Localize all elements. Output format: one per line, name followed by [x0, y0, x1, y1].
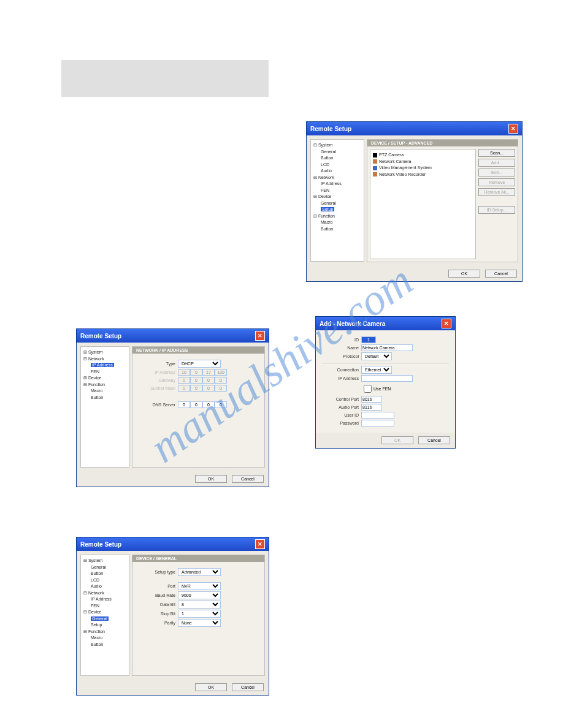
ok-button[interactable]: OK	[195, 475, 227, 483]
baud-select[interactable]: 9600	[178, 591, 221, 599]
tree-node-network[interactable]: ⊟ Network	[83, 356, 126, 363]
tree-item[interactable]: Button	[91, 571, 126, 577]
gw-octet	[190, 377, 202, 384]
baud-label: Baud Rate	[139, 593, 178, 597]
ip-octet	[178, 369, 190, 376]
dns-octet[interactable]	[202, 401, 215, 408]
tree-item-selected[interactable]: General	[91, 616, 126, 623]
nav-tree[interactable]: ⊟ System General Button LCD Audio ⊟ Netw…	[80, 555, 129, 676]
cancel-button[interactable]: Cancel	[232, 683, 264, 691]
titlebar: Remote Setup ✕	[307, 122, 522, 135]
tree-node-network[interactable]: ⊟ Network	[313, 175, 361, 181]
tree-item-selected[interactable]: Setup	[321, 207, 361, 213]
tree-item[interactable]: FEN	[91, 603, 126, 610]
panel-header: DEVICE / GENERAL	[132, 555, 264, 562]
protocol-select[interactable]: Default	[361, 352, 392, 360]
connection-label: Connection	[322, 368, 361, 372]
id-setup-button[interactable]: ID Setup...	[478, 206, 515, 214]
sbit-label: Stop Bit	[139, 612, 178, 616]
ok-button[interactable]: OK	[448, 270, 480, 278]
tree-item[interactable]: FEN	[321, 188, 361, 194]
cancel-button[interactable]: Cancel	[418, 436, 450, 444]
tree-item[interactable]: Audio	[91, 583, 126, 590]
remove-button[interactable]: Remove	[478, 178, 515, 186]
dns-octet[interactable]	[190, 401, 202, 408]
nav-tree[interactable]: ⊟ System General Button LCD Audio ⊟ Netw…	[310, 139, 364, 262]
tree-item-selected[interactable]: IP Address	[91, 362, 126, 369]
tree-node-function[interactable]: ⊟ Function	[83, 382, 126, 389]
pwd-input[interactable]	[361, 420, 394, 427]
type-select[interactable]: DHCP	[178, 360, 221, 368]
list-item[interactable]: Video Management System	[373, 165, 473, 172]
tree-node-system[interactable]: ⊞ System	[83, 349, 126, 356]
use-fen-checkbox[interactable]	[364, 385, 372, 393]
close-icon[interactable]: ✕	[442, 319, 451, 328]
tree-item[interactable]: IP Address	[321, 181, 361, 188]
tree-node-system[interactable]: ⊟ System	[83, 558, 126, 564]
dns-octet[interactable]	[215, 401, 227, 408]
ok-button[interactable]: OK	[381, 436, 413, 444]
tree-item[interactable]: LCD	[321, 162, 361, 169]
id-input[interactable]	[361, 336, 376, 343]
ip-octet	[190, 369, 202, 376]
tree-item[interactable]: General	[91, 564, 126, 571]
dialog-buttons: OK Cancel	[77, 471, 269, 487]
tree-item[interactable]: Button	[321, 226, 361, 233]
tree-node-system[interactable]: ⊟ System	[313, 142, 361, 149]
tree-item[interactable]: Macro	[91, 388, 126, 395]
tree-item[interactable]: Audio	[321, 168, 361, 175]
titlebar: Remote Setup ✕	[77, 329, 269, 343]
tree-item[interactable]: IP Address	[91, 596, 126, 603]
ok-button[interactable]: OK	[195, 683, 227, 691]
close-icon[interactable]: ✕	[255, 331, 265, 341]
tree-node-device[interactable]: ⊟ Device	[313, 194, 361, 200]
tree-item[interactable]: Button	[91, 395, 126, 401]
panel-header: NETWORK / IP ADDRESS	[132, 347, 264, 354]
name-input[interactable]	[361, 344, 413, 351]
scan-button[interactable]: Scan...	[478, 149, 515, 157]
add-button[interactable]: Add...	[478, 159, 515, 167]
cancel-button[interactable]: Cancel	[485, 270, 517, 278]
tree-node-device[interactable]: ⊟ Device	[83, 609, 126, 616]
remote-setup-device-general-window: Remote Setup ✕ ⊟ System General Button L…	[76, 537, 269, 696]
tree-node-device[interactable]: ⊞ Device	[83, 375, 126, 382]
tree-item[interactable]: Macro	[321, 219, 361, 226]
remove-all-button[interactable]: Remove All...	[478, 188, 515, 196]
sbit-select[interactable]: 1	[178, 610, 221, 618]
device-type-list[interactable]: PTZ Camera Network Camera Video Manageme…	[370, 149, 476, 259]
titlebar: Remote Setup ✕	[77, 537, 269, 551]
ip-input[interactable]	[361, 375, 413, 382]
tree-node-function[interactable]: ⊟ Function	[313, 213, 361, 220]
tree-item[interactable]: FEN	[91, 369, 126, 376]
uid-input[interactable]	[361, 412, 394, 419]
cancel-button[interactable]: Cancel	[232, 475, 264, 483]
nav-tree[interactable]: ⊞ System ⊟ Network IP Address FEN ⊞ Devi…	[80, 346, 129, 468]
tree-item[interactable]: Button	[321, 155, 361, 162]
uid-label: User ID	[322, 413, 361, 417]
tree-item[interactable]: Macro	[91, 635, 126, 642]
connection-select[interactable]: Ethernet	[361, 366, 392, 374]
titlebar: Add - Network Camera ✕	[316, 317, 455, 330]
list-item[interactable]: Network Video Recorder	[373, 172, 473, 178]
tree-item[interactable]: LCD	[91, 577, 126, 584]
dbit-select[interactable]: 8	[178, 601, 221, 609]
parity-select[interactable]: None	[178, 619, 221, 627]
tree-item[interactable]: General	[321, 149, 361, 156]
tree-node-network[interactable]: ⊟ Network	[83, 590, 126, 597]
close-icon[interactable]: ✕	[508, 124, 518, 134]
cport-input[interactable]	[361, 396, 382, 403]
list-item[interactable]: Network Camera	[373, 159, 473, 165]
pwd-label: Password	[322, 421, 361, 425]
port-select[interactable]: NVR	[178, 582, 221, 590]
list-item[interactable]: PTZ Camera	[373, 152, 473, 159]
tree-item[interactable]: General	[321, 200, 361, 207]
close-icon[interactable]: ✕	[255, 539, 265, 549]
tree-item[interactable]: Setup	[91, 622, 126, 629]
edit-button[interactable]: Edit...	[478, 169, 515, 176]
aport-input[interactable]	[361, 404, 382, 411]
ip-label: IP Address	[139, 370, 178, 374]
tree-item[interactable]: Button	[91, 642, 126, 648]
tree-node-function[interactable]: ⊟ Function	[83, 629, 126, 635]
dns-octet[interactable]	[178, 401, 190, 408]
stype-select[interactable]: Advanced	[178, 568, 221, 576]
